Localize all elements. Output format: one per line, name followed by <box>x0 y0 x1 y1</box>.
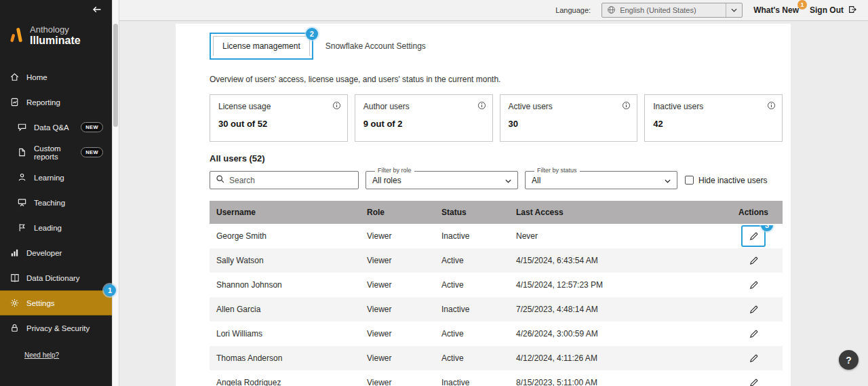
sidebar: Anthology Illuminate Home Reporting Data… <box>0 0 112 386</box>
all-users-heading: All users (52) <box>210 153 783 163</box>
card-active-users: Active users 30 <box>500 94 638 142</box>
sidebar-item-label: Developer <box>26 249 62 257</box>
role-cell: Viewer <box>361 305 435 314</box>
status-cell: Inactive <box>435 231 510 241</box>
sidebar-item-label: Data Q&A <box>34 123 69 132</box>
card-title: Inactive users <box>653 102 774 111</box>
sidebar-item-custom-reports[interactable]: Custom reports NEW <box>0 140 112 165</box>
card-title: License usage <box>218 102 339 111</box>
scrollbar-thumb[interactable] <box>113 24 118 127</box>
back-arrow-icon[interactable] <box>92 4 102 18</box>
search-box <box>210 171 359 189</box>
callout-2-ring: License management 2 <box>210 33 313 60</box>
role-cell: Viewer <box>361 353 435 363</box>
edit-user-button[interactable] <box>745 325 762 343</box>
edit-user-button[interactable] <box>745 349 762 367</box>
table-row: Shannon Johnson Viewer Active 4/15/2024,… <box>210 273 783 297</box>
status-cell: Active <box>435 353 510 363</box>
sidebar-item-label: Home <box>26 73 47 81</box>
username-cell: Shannon Johnson <box>210 280 361 290</box>
main-area: Language: English (United States) What's… <box>119 0 868 386</box>
card-title: Active users <box>509 102 629 111</box>
last-access-cell: 4/15/2024, 12:57:23 PM <box>510 280 724 290</box>
card-value: 30 <box>509 119 629 129</box>
presentation-icon <box>16 197 27 208</box>
username-cell: Thomas Anderson <box>210 353 361 363</box>
chat-bubble-icon <box>16 122 27 133</box>
info-icon[interactable] <box>767 100 776 113</box>
sidebar-item-teaching[interactable]: Teaching <box>0 190 112 215</box>
sign-out-button[interactable]: Sign Out <box>810 5 857 16</box>
table-row: Allen Garcia Viewer Inactive 7/25/2023, … <box>210 297 783 322</box>
language-dropdown[interactable]: English (United States) <box>601 3 743 18</box>
search-input[interactable] <box>229 176 353 185</box>
sidebar-item-data-qa[interactable]: Data Q&A NEW <box>0 115 112 140</box>
info-icon[interactable] <box>622 100 631 113</box>
search-icon <box>216 174 225 187</box>
overview-text: Overview of users' access, license usage… <box>210 75 783 84</box>
card-value: 30 out of 52 <box>218 119 339 129</box>
stat-cards: License usage 30 out of 52 Author users … <box>210 94 783 142</box>
username-cell: George Smith <box>210 231 361 241</box>
header-role: Role <box>361 208 435 217</box>
edit-user-button[interactable] <box>745 252 762 269</box>
tab-license-management[interactable]: License management <box>213 36 310 56</box>
actions-cell <box>724 276 783 294</box>
vertical-scrollbar[interactable] <box>112 0 119 386</box>
last-access-cell: 7/25/2023, 4:48:14 AM <box>510 305 724 314</box>
hide-inactive-users-checkbox[interactable] <box>685 176 694 185</box>
status-cell: Active <box>435 329 510 339</box>
sidebar-item-label: Custom reports <box>34 144 74 161</box>
users-table: Username Role Status Last Access Actions… <box>210 201 783 386</box>
sidebar-item-data-dictionary[interactable]: Data Dictionary <box>0 265 112 290</box>
sidebar-item-settings[interactable]: Settings 1 <box>0 290 112 315</box>
new-badge: NEW <box>81 122 103 132</box>
last-access-cell: 8/15/2023, 5:11:00 AM <box>510 378 724 386</box>
username-cell: Lori Williams <box>210 329 361 339</box>
content-area: License management 2 Snowflake Account S… <box>119 21 868 386</box>
need-help-link[interactable]: Need help? <box>24 351 59 359</box>
table-row: George Smith Viewer Inactive Never 3 <box>210 224 783 248</box>
edit-user-button[interactable] <box>745 227 762 245</box>
last-access-cell: 4/12/2024, 4:11:26 AM <box>510 353 724 363</box>
home-icon <box>9 72 20 83</box>
tab-snowflake-account-settings[interactable]: Snowflake Account Settings <box>321 36 430 56</box>
sidebar-item-reporting[interactable]: Reporting <box>0 90 112 115</box>
edit-user-button[interactable] <box>745 374 762 386</box>
gear-icon <box>9 298 20 309</box>
filter-by-role-dropdown[interactable]: Filter by role All roles <box>366 171 518 189</box>
info-icon[interactable] <box>332 100 341 113</box>
actions-cell <box>724 301 783 318</box>
filter-by-status-label: Filter by status <box>534 167 580 174</box>
sidebar-item-leading[interactable]: Leading <box>0 215 112 240</box>
edit-user-button[interactable] <box>745 276 762 294</box>
card-title: Author users <box>363 102 484 111</box>
sidebar-item-learning[interactable]: Learning <box>0 165 112 190</box>
info-icon[interactable] <box>477 100 486 113</box>
callout-1-badge: 1 <box>104 284 116 296</box>
sidebar-item-label: Reporting <box>26 98 60 107</box>
document-icon <box>16 147 27 158</box>
sidebar-item-privacy-security[interactable]: Privacy & Security <box>0 315 112 341</box>
person-icon <box>16 172 27 183</box>
help-button[interactable]: ? <box>839 350 859 370</box>
header-actions: Actions <box>724 208 783 217</box>
sidebar-item-developer[interactable]: Developer <box>0 240 112 265</box>
actions-cell <box>724 325 783 343</box>
sidebar-item-label: Teaching <box>34 199 65 207</box>
filter-by-status-dropdown[interactable]: Filter by status All <box>525 171 677 189</box>
sidebar-item-home[interactable]: Home <box>0 64 112 90</box>
table-row: Angela Rodriguez Viewer Inactive 8/15/20… <box>210 370 783 386</box>
chevron-down-icon <box>505 176 511 185</box>
status-cell: Active <box>435 280 510 290</box>
status-cell: Inactive <box>435 305 510 314</box>
whats-new-link[interactable]: What's New 1 <box>753 5 799 15</box>
edit-user-button[interactable] <box>745 301 762 318</box>
card-author-users: Author users 9 out of 2 <box>355 94 493 142</box>
card-inactive-users: Inactive users 42 <box>644 94 783 142</box>
language-value: English (United States) <box>620 6 696 14</box>
settings-panel: License management 2 Snowflake Account S… <box>176 24 791 386</box>
callout-3-ring: 3 <box>741 225 766 247</box>
actions-cell: 3 <box>724 225 783 247</box>
anthology-illuminate-logo: Anthology Illuminate <box>0 22 112 58</box>
